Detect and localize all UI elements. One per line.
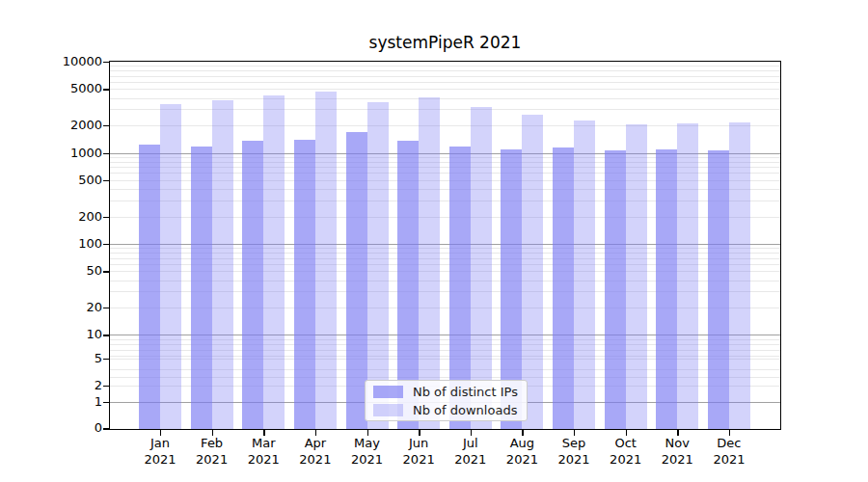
bar-downloads-sep	[574, 120, 595, 429]
legend-swatch-distinct-ips	[373, 386, 403, 398]
figure: systemPipeR 2021 01251020501002005001000…	[0, 0, 868, 482]
y-tick-label-5: 5	[14, 350, 102, 367]
bar-distinct-ips-dec	[708, 150, 729, 429]
bar-downloads-dec	[729, 122, 750, 429]
gridline-7000	[109, 76, 781, 77]
legend-item-downloads: Nb of downloads	[373, 402, 519, 417]
legend-swatch-downloads	[373, 404, 403, 416]
y-tick-label-5000: 5000	[14, 80, 102, 97]
legend-item-distinct-ips: Nb of distinct IPs	[373, 384, 519, 399]
y-tick-label-2: 2	[14, 377, 102, 394]
bar-downloads-apr	[315, 92, 337, 429]
bar-distinct-ips-feb	[191, 147, 212, 429]
bar-downloads-oct	[626, 124, 647, 429]
bar-distinct-ips-apr	[294, 140, 315, 429]
y-tick-label-100: 100	[14, 235, 102, 253]
chart-title: systemPipeR 2021	[109, 33, 781, 54]
bar-downloads-nov	[677, 123, 698, 429]
bar-distinct-ips-sep	[553, 147, 574, 429]
legend-label-downloads: Nb of downloads	[413, 403, 517, 417]
y-tick-label-10: 10	[14, 326, 102, 343]
bar-downloads-mar	[263, 95, 285, 429]
y-tick-label-200: 200	[14, 208, 102, 226]
legend: Nb of distinct IPs Nb of downloads	[365, 380, 528, 421]
y-tick-label-20: 20	[14, 299, 102, 316]
y-tick-label-10000: 10000	[14, 53, 102, 70]
y-tick-label-50: 50	[14, 262, 102, 280]
y-tick-label-1: 1	[14, 393, 102, 411]
gridline-8000	[109, 70, 781, 71]
y-tick-label-1000: 1000	[14, 145, 102, 162]
gridline-6000	[109, 82, 781, 83]
gridline-5000	[109, 89, 781, 90]
bar-downloads-feb	[212, 100, 233, 429]
gridline-3000	[109, 109, 781, 110]
bar-distinct-ips-oct	[605, 150, 626, 429]
y-tick-label-500: 500	[14, 172, 102, 189]
gridline-4000	[109, 98, 781, 99]
bar-distinct-ips-mar	[242, 141, 263, 429]
y-tick-mark-0	[103, 428, 109, 429]
y-tick-label-0: 0	[14, 419, 102, 437]
bar-downloads-jan	[160, 104, 181, 429]
bar-distinct-ips-jan	[139, 145, 160, 429]
legend-label-distinct-ips: Nb of distinct IPs	[413, 385, 518, 399]
y-tick-label-2000: 2000	[14, 117, 102, 134]
bar-distinct-ips-nov	[656, 149, 677, 429]
gridline-9000	[109, 66, 781, 67]
x-tick-label-dec: Dec2021	[694, 435, 764, 468]
plot-area	[109, 61, 781, 430]
y-tick-mark-10000	[103, 62, 109, 63]
